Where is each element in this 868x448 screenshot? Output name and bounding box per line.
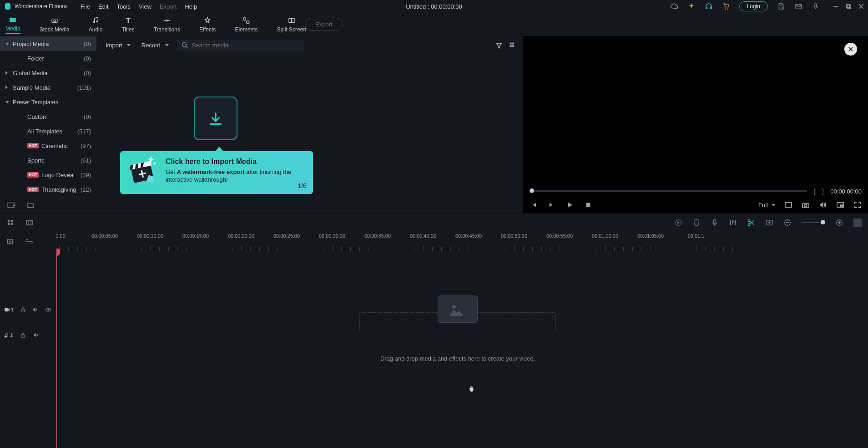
mark-in-icon[interactable]: { — [813, 188, 816, 195]
folder-icon — [8, 15, 17, 24]
cart-icon[interactable] — [722, 2, 730, 10]
zoom-to-fit-icon[interactable] — [853, 219, 862, 227]
menu-file[interactable]: File — [81, 3, 90, 10]
record-dropdown[interactable]: Record — [139, 40, 172, 51]
drop-zone[interactable] — [359, 312, 556, 332]
preview-canvas[interactable] — [523, 36, 868, 186]
add-track-icon[interactable] — [6, 238, 14, 245]
minimize-icon[interactable] — [833, 3, 839, 10]
clip-options-icon[interactable] — [25, 219, 34, 227]
prev-frame-icon[interactable] — [530, 201, 538, 209]
sidebar-item-project-media[interactable]: Project Media(0) — [0, 36, 96, 51]
volume-icon[interactable] — [819, 201, 827, 209]
media-sidebar: Project Media(0)Folder(0)Global Media(0)… — [0, 36, 96, 213]
import-dropdown[interactable]: Import — [103, 40, 133, 51]
marker-shield-icon[interactable] — [692, 219, 701, 227]
grid-options-icon[interactable] — [6, 219, 15, 227]
sidebar-item-global-media[interactable]: Global Media(0) — [0, 66, 96, 80]
add-marker-icon[interactable] — [765, 219, 773, 227]
new-folder-icon[interactable] — [7, 202, 15, 209]
tab-stock-media[interactable]: Stock Media — [40, 16, 70, 33]
preview-zoom-select[interactable]: Full — [758, 202, 775, 209]
tour-close-button[interactable] — [844, 43, 857, 56]
render-preview-icon[interactable] — [674, 219, 682, 227]
record-label: Record — [141, 42, 161, 49]
close-icon[interactable] — [858, 3, 864, 10]
export-button[interactable]: Export — [305, 18, 343, 31]
pip-icon[interactable] — [836, 201, 844, 209]
sidebar-item-all-templates[interactable]: All Templates(517) — [0, 124, 96, 138]
media-search[interactable] — [177, 40, 304, 51]
headphones-icon[interactable] — [705, 2, 713, 10]
voiceover-icon[interactable] — [711, 219, 719, 227]
search-input[interactable] — [192, 42, 300, 49]
timeline-toolbar — [0, 213, 868, 231]
tab-split-screen[interactable]: Split Screen — [277, 16, 306, 33]
mail-icon[interactable] — [794, 2, 802, 10]
timeline-ruler[interactable]: 00:0000:00:05:0000:00:10:0000:00:15:0000… — [56, 231, 868, 251]
mute-icon[interactable] — [33, 306, 39, 313]
next-frame-icon[interactable] — [548, 201, 556, 209]
fullscreen-icon[interactable] — [853, 201, 862, 209]
video-track-header[interactable]: 1 — [0, 297, 56, 322]
menu-export[interactable]: Export — [160, 3, 177, 10]
split-icon[interactable] — [747, 219, 755, 227]
mic-download-icon[interactable] — [812, 2, 820, 10]
lock-icon[interactable] — [20, 306, 26, 313]
svg-rect-9 — [243, 18, 246, 20]
menu-tools[interactable]: Tools — [117, 3, 131, 10]
audio-track-header[interactable]: 1 — [0, 322, 56, 348]
visibility-icon[interactable] — [45, 306, 51, 313]
sidebar-item-logo-reveal[interactable]: HOTLogo Reveal(39) — [0, 168, 96, 182]
filter-icon[interactable] — [495, 41, 503, 50]
grid-view-icon[interactable] — [509, 41, 517, 50]
scrub-track[interactable] — [530, 190, 807, 192]
menu-edit[interactable]: Edit — [98, 3, 108, 10]
tab-elements[interactable]: Elements — [235, 16, 257, 33]
sidebar-item-folder[interactable]: Folder(0) — [0, 51, 96, 66]
sidebar-item-thanksgiving[interactable]: HOTThanksgiving(22) — [0, 182, 96, 197]
mute-icon[interactable] — [33, 331, 40, 339]
sidebar-item-custom[interactable]: Custom(0) — [0, 109, 96, 124]
timeline-drop-area[interactable]: Drag and drop media and effects here to … — [166, 295, 750, 377]
tab-audio[interactable]: Audio — [89, 16, 103, 33]
menu-help[interactable]: Help — [185, 3, 197, 10]
tab-transitions[interactable]: Transitions — [154, 16, 180, 33]
stop-icon[interactable] — [584, 201, 592, 209]
timecode-readout: 00:00:00:00 — [830, 188, 862, 195]
mark-out-icon[interactable]: } — [822, 188, 824, 195]
maximize-icon[interactable] — [845, 3, 852, 10]
ruler-mark: 00:00:45:00 — [455, 233, 482, 239]
tab-titles[interactable]: Titles — [121, 16, 134, 33]
link-icon[interactable] — [25, 238, 33, 245]
zoom-out-icon[interactable] — [783, 219, 792, 227]
login-button[interactable]: Login — [739, 1, 768, 11]
import-media-button[interactable] — [194, 97, 237, 140]
timeline-body[interactable]: 00:0000:00:05:0000:00:10:0000:00:15:0000… — [56, 231, 868, 448]
tab-media[interactable]: Media — [5, 15, 20, 34]
save-icon[interactable] — [777, 2, 785, 10]
playhead-handle[interactable] — [56, 249, 60, 256]
scrub-thumb[interactable] — [530, 188, 534, 193]
playback-right: Full — [758, 201, 862, 209]
audio-mixer-icon[interactable] — [729, 219, 737, 227]
zoom-label: Full — [758, 202, 768, 209]
playhead[interactable] — [56, 252, 57, 448]
play-icon[interactable] — [566, 201, 574, 209]
timeline-zoom-slider[interactable] — [802, 222, 825, 223]
sparkle-icon[interactable] — [687, 2, 696, 10]
tab-effects[interactable]: Effects — [199, 16, 216, 33]
folder-open-icon[interactable] — [26, 202, 35, 209]
preview-quality-icon[interactable] — [784, 201, 792, 209]
zoom-in-icon[interactable] — [835, 219, 843, 227]
sidebar-item-sports[interactable]: Sports(61) — [0, 153, 96, 168]
sidebar-item-preset-templates[interactable]: Preset Templates — [0, 95, 96, 109]
zoom-slider-thumb[interactable] — [821, 220, 825, 224]
lock-icon[interactable] — [19, 331, 26, 339]
elements-icon — [242, 16, 251, 25]
snapshot-icon[interactable] — [802, 201, 810, 209]
sidebar-item-sample-media[interactable]: Sample Media(101) — [0, 80, 96, 95]
menu-view[interactable]: View — [139, 3, 151, 10]
sidebar-item-cinematic[interactable]: HOTCinematic(97) — [0, 138, 96, 153]
cloud-icon[interactable] — [670, 2, 678, 10]
